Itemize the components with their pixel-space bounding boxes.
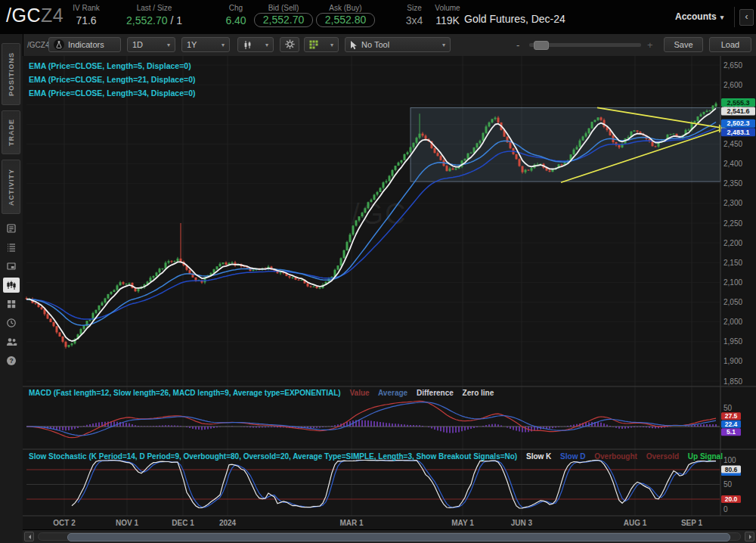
zoom-slider[interactable] [529,43,641,47]
horizontal-scrollbar[interactable] [23,529,756,543]
svg-text:27.5: 27.5 [725,412,738,420]
quote-header: /GCZ4 IV Rank 71.6 Last / Size 2,552.70 … [0,0,756,35]
stoch-legend-overbought[interactable]: Overbought [594,452,637,461]
stoch-legend-upsignal[interactable]: Up Signal [688,452,723,461]
chart-settings-button[interactable] [280,37,299,52]
svg-text:1,950: 1,950 [723,337,742,346]
charts-icon[interactable] [3,278,20,293]
drawing-tool-dropdown[interactable]: No Tool ▾ [345,37,451,52]
size-value: 3x4 [398,14,430,26]
sidebar-tab-positions[interactable]: POSITIONS [2,43,20,105]
monitor-icon[interactable] [3,259,20,274]
svg-text:MAY 1: MAY 1 [451,519,474,527]
svg-text:2,541.6: 2,541.6 [727,107,749,115]
chevron-down-icon: ▾ [720,14,724,21]
macd-legend-zeroline[interactable]: Zero line [463,389,494,397]
bid-label: Bid (Sell) [254,4,313,12]
left-sidebar: POSITIONS TRADE ACTIVITY ? [0,34,23,543]
instrument-description: Gold Futures, Dec-24 [464,13,565,25]
ask-button[interactable]: 2,552.80 [316,13,375,27]
save-label: Save [674,40,692,49]
svg-text:2,100: 2,100 [723,278,742,287]
svg-text:100: 100 [723,456,736,464]
svg-text:22.4: 22.4 [725,420,738,428]
svg-text:1,850: 1,850 [723,377,742,386]
ask-field: Ask (Buy) 2,552.80 [316,0,375,34]
svg-text:1,900: 1,900 [723,357,742,365]
apps-grid-icon[interactable] [3,296,20,312]
symbol-month: Z4 [41,5,64,26]
chevron-down-icon: ▾ [326,42,333,48]
iv-rank-field: IV Rank 71.6 [65,0,107,34]
help-icon[interactable]: ? [3,353,20,368]
svg-text:2,555.3: 2,555.3 [727,99,749,107]
tab-label: TRADE [8,119,15,146]
tab-label: ACTIVITY [8,169,15,206]
svg-text:5.1: 5.1 [727,428,736,436]
svg-text:2,400: 2,400 [723,160,742,168]
stoch-legend-oversold[interactable]: Oversold [646,452,679,461]
symbol-ticker[interactable]: /GCZ4 [6,5,64,26]
svg-text:2,483.1: 2,483.1 [727,129,749,136]
size-label: Size [398,4,430,12]
tool-value: No Tool [361,40,389,49]
stoch-label[interactable]: Slow Stochastic (K Period=14, D Period=9… [29,452,517,461]
chg-label: Chg [216,4,256,12]
indicators-icon [54,39,64,50]
zoom-in-button[interactable]: + [647,39,653,51]
svg-text:2,250: 2,250 [723,219,742,228]
bid-button[interactable]: 2,552.70 [254,13,313,27]
bottom-left-corner [0,529,23,543]
ema-21-label[interactable]: EMA (Price=CLOSE, Length=21, Displace=0) [29,73,195,86]
zoom-out-button[interactable]: - [516,39,519,51]
cursor-icon [350,40,358,50]
volume-value: 119K [427,14,468,26]
macd-label[interactable]: MACD (Fast length=12, Slow length=26, MA… [29,389,341,397]
range-dropdown[interactable]: 1Y ▾ [181,37,230,52]
clock-icon[interactable] [3,315,20,330]
scrollbar-track[interactable] [38,532,741,541]
ema-34-label[interactable]: EMA (Price=CLOSE, Length=34, Displace=0) [29,86,195,100]
macd-legend-difference[interactable]: Difference [417,389,454,397]
period-dropdown[interactable]: 1D ▾ [127,37,175,52]
range-value: 1Y [187,40,197,49]
ema-5-label[interactable]: EMA (Price=CLOSE, Length=5, Displace=0) [29,59,195,73]
chevron-down-icon: ▾ [217,42,225,48]
stoch-legend-slowk[interactable]: Slow K [526,452,551,461]
chart-style-dropdown[interactable]: ▾ [237,37,274,52]
ema-study-labels: EMA (Price=CLOSE, Length=5, Displace=0) … [29,59,195,100]
community-icon[interactable] [3,334,20,349]
chevron-down-icon: ▾ [261,42,268,48]
svg-text:2024: 2024 [219,519,237,527]
svg-text:JUN 3: JUN 3 [511,519,533,527]
scroll-left-button[interactable] [24,532,34,541]
accounts-dropdown[interactable]: Accounts▾ [675,11,723,22]
indicators-button[interactable]: Indicators [48,37,121,52]
zoom-slider-thumb[interactable] [534,41,549,50]
bid-field: Bid (Sell) 2,552.70 [254,0,313,34]
svg-text:SEP 1: SEP 1 [681,519,703,527]
chart-toolbar: /GCZ4 Indicators 1D ▾ 1Y ▾ ▾ ▾ No Tool ▾ [23,34,756,57]
chart-region: /GC2,6502,6002,5502,5002,4502,4002,3502,… [23,56,756,529]
stoch-study-row: Slow Stochastic (K Period=14, D Period=9… [29,452,724,461]
svg-text:20.0: 20.0 [725,495,738,503]
indicators-label: Indicators [68,40,104,49]
svg-text:OCT 2: OCT 2 [53,519,76,527]
scrollbar-thumb[interactable] [67,533,730,541]
news-icon[interactable] [3,221,20,236]
save-button[interactable]: Save [664,37,703,52]
patterns-dropdown[interactable]: ▾ [304,37,339,52]
load-button[interactable]: Load [709,37,751,52]
macd-legend-value[interactable]: Value [349,389,369,397]
sidebar-tab-trade[interactable]: TRADE [2,110,20,154]
stoch-legend-slowd[interactable]: Slow D [560,452,585,461]
iv-rank-value: 71.6 [65,14,107,26]
ask-label: Ask (Buy) [316,4,375,12]
watchlist-icon[interactable] [3,240,20,255]
sidebar-tab-activity[interactable]: ACTIVITY [2,160,20,214]
svg-text:MAR 1: MAR 1 [339,519,364,527]
scroll-right-button[interactable] [745,532,754,541]
collapse-panel-button[interactable]: ‹ [739,9,754,26]
macd-legend-average[interactable]: Average [378,389,407,397]
svg-text:2,000: 2,000 [723,318,742,326]
